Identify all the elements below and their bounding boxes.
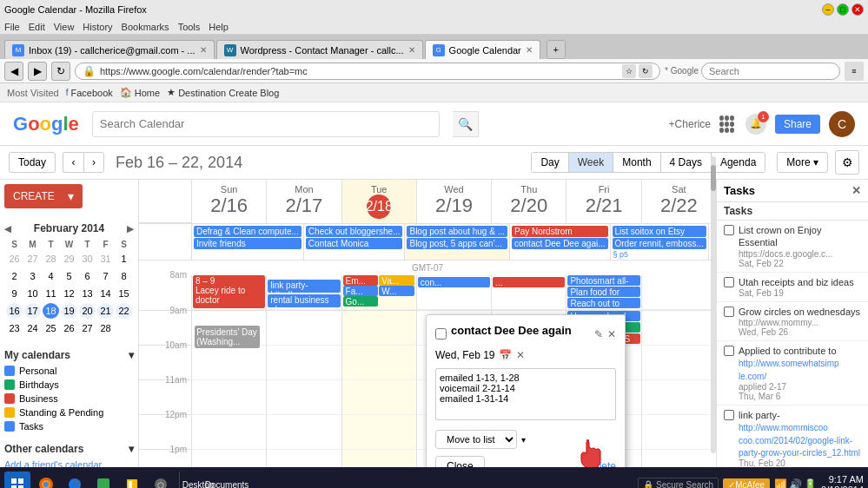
- popup-delete-btn[interactable]: Delete: [586, 460, 616, 467]
- mcafee-btn[interactable]: ✓McAfee: [723, 478, 770, 489]
- alld-event-contact-monica[interactable]: Contact Monica: [306, 238, 403, 249]
- cell-fri-8[interactable]: Photosmart all-in-one... Plan food for M…: [566, 275, 640, 310]
- menu-edit[interactable]: Edit: [29, 22, 45, 32]
- alld-event-blog-apps[interactable]: Blog post, 5 apps can'...: [407, 238, 507, 249]
- menu-history[interactable]: History: [83, 22, 112, 32]
- cell-sat-10[interactable]: [641, 346, 716, 380]
- cell-tue-1pm[interactable]: [341, 450, 416, 467]
- mini-date[interactable]: 6: [79, 268, 96, 284]
- popup-calendar-icon[interactable]: 📅: [499, 349, 512, 361]
- menu-tools[interactable]: Tools: [178, 22, 201, 32]
- mini-date[interactable]: 9: [6, 286, 23, 301]
- start-btn[interactable]: [4, 472, 30, 488]
- view-month-btn[interactable]: Month: [613, 153, 660, 172]
- cal-personal[interactable]: Personal: [4, 364, 134, 378]
- event-lacey[interactable]: 8 – 9Lacey ride to doctor: [193, 275, 265, 308]
- avatar[interactable]: C: [829, 111, 855, 137]
- menu-help[interactable]: Help: [209, 22, 229, 32]
- mini-date[interactable]: 28: [43, 251, 59, 267]
- task-check-2[interactable]: [724, 307, 734, 317]
- task-check-0[interactable]: [724, 225, 734, 235]
- other-calendars-header[interactable]: Other calendars ▾: [4, 440, 134, 458]
- event-reach-out[interactable]: Reach out to bowdabr...: [567, 298, 639, 308]
- move-to-list-select[interactable]: Move to list: [435, 430, 517, 449]
- mini-date[interactable]: 21: [97, 303, 114, 319]
- task-check-4[interactable]: [724, 410, 734, 420]
- event-va[interactable]: Va...: [379, 275, 414, 286]
- mini-date[interactable]: 13: [79, 286, 96, 301]
- popup-close-btn[interactable]: Close: [435, 456, 485, 467]
- tab-gmail[interactable]: M Inbox (19) - callcherice@gmail.com - .…: [4, 40, 215, 59]
- mini-date[interactable]: 26: [6, 251, 23, 267]
- url-box[interactable]: 🔒 https://www.google.com/calendar/render…: [75, 63, 660, 80]
- event-em[interactable]: Em...: [343, 275, 379, 286]
- event-w[interactable]: W...: [379, 286, 414, 296]
- mini-date-today[interactable]: 18: [43, 303, 59, 319]
- cal-birthdays[interactable]: Birthdays: [4, 378, 134, 392]
- mini-date[interactable]: 23: [6, 320, 23, 336]
- mini-date[interactable]: 19: [61, 303, 77, 319]
- cell-sun-1pm[interactable]: [191, 450, 266, 467]
- event-fa[interactable]: Fa...: [343, 286, 379, 296]
- mini-date[interactable]: 31: [97, 251, 114, 267]
- cell-sat-12[interactable]: [641, 415, 716, 450]
- mini-prev-btn[interactable]: ◀: [4, 224, 11, 234]
- mini-next-btn[interactable]: ▶: [127, 224, 134, 234]
- cell-tue-8[interactable]: Em... Fa... Go... Va... W...: [341, 275, 416, 310]
- share-btn[interactable]: Share: [775, 115, 820, 134]
- bookmark-facebook[interactable]: f Facebook: [66, 88, 113, 98]
- mini-date[interactable]: 4: [43, 268, 59, 284]
- alld-event-list-soitox[interactable]: List soitox on Etsy: [613, 226, 706, 237]
- mini-date[interactable]: 1: [116, 251, 132, 267]
- cell-tue-11[interactable]: [341, 380, 416, 415]
- search-submit-btn[interactable]: 🔍: [453, 111, 479, 137]
- task-link-4[interactable]: http://www.mommiscoo coo.com/2014/02/goo…: [739, 423, 860, 458]
- view-agenda-btn[interactable]: Agenda: [712, 153, 765, 172]
- cell-mon-10[interactable]: [266, 346, 341, 380]
- minimize-btn[interactable]: –: [822, 3, 834, 16]
- popup-date-close-icon[interactable]: ✕: [516, 349, 525, 361]
- forward-btn[interactable]: ▶: [28, 62, 47, 81]
- add-friend-cal-btn[interactable]: Add a friend's calendar: [4, 458, 134, 467]
- popup-close-icon[interactable]: ✕: [607, 328, 616, 340]
- taskbar-icon-3[interactable]: [90, 472, 116, 488]
- event-link-party[interactable]: link party- http://www.n...: [268, 280, 340, 293]
- my-calendars-header[interactable]: My calendars ▾: [4, 346, 134, 364]
- tab-wordpress[interactable]: W Wordpress - Contact Manager - callc...…: [216, 40, 423, 59]
- mini-date[interactable]: 28: [97, 320, 114, 336]
- taskbar-icon-5[interactable]: ⬡: [148, 472, 174, 488]
- cell-sun-10[interactable]: [191, 346, 266, 380]
- star-icon[interactable]: ☆: [622, 64, 636, 78]
- event-go[interactable]: Go...: [343, 296, 379, 307]
- alld-event-defrag[interactable]: Defrag & Clean compute...: [194, 226, 301, 237]
- cell-wed-8[interactable]: con...: [416, 275, 491, 310]
- mini-date[interactable]: 27: [24, 251, 41, 267]
- event-con[interactable]: con...: [418, 277, 490, 287]
- bookmark-home[interactable]: 🏠 Home: [120, 87, 160, 98]
- taskbar-icon-4[interactable]: [119, 472, 145, 488]
- cherice-btn[interactable]: +Cherice: [669, 118, 711, 130]
- popup-checkbox[interactable]: [435, 328, 447, 340]
- mini-date[interactable]: 29: [61, 251, 77, 267]
- popup-notes[interactable]: emailed 1-13, 1-28 voicemail 2-21-14 ema…: [435, 368, 616, 420]
- cell-sun-8[interactable]: 8 – 9Lacey ride to doctor: [191, 275, 266, 310]
- mini-date[interactable]: 24: [24, 320, 41, 336]
- alld-event-pay-nordstrom[interactable]: Pay Nordstrom: [512, 226, 608, 237]
- cell-sat-11[interactable]: [641, 380, 716, 415]
- cell-mon-9[interactable]: [266, 311, 341, 346]
- alld-event-check-out[interactable]: Check out bloggershe...: [306, 226, 403, 237]
- mini-date[interactable]: 20: [79, 303, 96, 319]
- mini-date[interactable]: 17: [24, 303, 41, 319]
- mini-date[interactable]: 14: [97, 286, 114, 301]
- menu-bookmarks[interactable]: Bookmarks: [122, 22, 169, 32]
- cell-sun-11[interactable]: [191, 380, 266, 415]
- cell-mon-11[interactable]: [266, 380, 341, 415]
- mini-date[interactable]: 2: [6, 268, 23, 284]
- menu-file[interactable]: File: [4, 22, 20, 32]
- mini-date[interactable]: 30: [79, 251, 96, 267]
- tab-calendar[interactable]: G Google Calendar ✕: [425, 40, 540, 59]
- event-rental[interactable]: rental business plans: [268, 294, 340, 307]
- mini-date[interactable]: 25: [43, 320, 59, 336]
- battery-icon[interactable]: 🔋: [804, 478, 817, 488]
- alld-thu-more[interactable]: § p5: [612, 250, 707, 259]
